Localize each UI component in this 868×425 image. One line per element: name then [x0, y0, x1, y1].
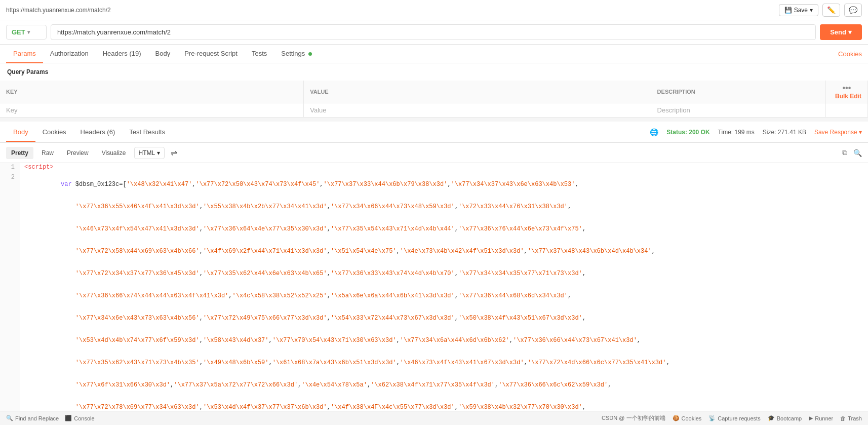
cookies-bottom-button[interactable]: 🍪 Cookies — [673, 415, 702, 421]
response-tab-body[interactable]: Body — [6, 123, 35, 142]
line-number-7 — [0, 285, 20, 307]
params-table: KEY VALUE DESCRIPTION ••• Bulk Edit Key … — [0, 81, 868, 118]
code-line-11: '\x77\x6f\x31\x66\x30\x3d','\x77\x37\x5a… — [0, 374, 868, 396]
response-tab-cookies[interactable]: Cookies — [35, 123, 73, 142]
capture-button[interactable]: 📡 Capture requests — [708, 415, 760, 421]
wrap-icon[interactable]: ⇌ — [168, 146, 180, 160]
code-line-5: '\x77\x72\x58\x44\x69\x63\x4b\x66','\x4f… — [0, 240, 868, 262]
save-button[interactable]: 💾 Save ▾ — [779, 4, 818, 16]
save-dropdown-icon: ▾ — [810, 7, 813, 14]
response-size: Size: 271.41 KB — [763, 129, 806, 136]
cookies-link[interactable]: Cookies — [838, 45, 862, 63]
code-line-10: '\x77\x35\x62\x43\x71\x73\x4b\x35','\x49… — [0, 352, 868, 374]
response-tabs: Body Cookies Headers (6) Test Results — [6, 123, 172, 141]
request-bar: GET ▾ Send ▾ — [0, 20, 868, 45]
line-content-11: '\x77\x6f\x31\x66\x30\x3d','\x77\x37\x5a… — [20, 374, 868, 396]
response-status-bar: 🌐 Status: 200 OK Time: 199 ms Size: 271.… — [650, 128, 862, 136]
url-input[interactable] — [51, 24, 816, 40]
bootcamp-icon: 🎓 — [768, 415, 775, 421]
edit-button[interactable]: ✏️ — [822, 4, 840, 17]
top-bar-actions: 💾 Save ▾ ✏️ 💬 — [779, 4, 862, 17]
line-content-7: '\x77\x36\x66\x74\x44\x44\x63\x4f\x41\x3… — [20, 285, 868, 307]
save-response-button[interactable]: Save Response ▾ — [814, 129, 862, 136]
find-replace-icon: 🔍 — [6, 415, 13, 421]
find-replace-button[interactable]: 🔍 Find and Replace — [6, 415, 59, 421]
tab-settings[interactable]: Settings — [274, 45, 319, 63]
response-format-toolbar: Pretty Raw Preview Visualize HTML ▾ ⇌ ⧉ … — [0, 143, 868, 163]
send-button[interactable]: Send ▾ — [820, 24, 862, 40]
code-view[interactable]: 1 <script> 2 var $dbsm_0x123c=['\x48\x32… — [0, 163, 868, 425]
console-button[interactable]: ⬛ Console — [65, 415, 94, 421]
tab-prerequest[interactable]: Pre-request Script — [177, 45, 245, 63]
line-content-1: <script> — [20, 163, 868, 173]
method-selector[interactable]: GET ▾ — [6, 25, 47, 40]
bottom-right-area: CSDN @ 一个初学的前端 🍪 Cookies 📡 Capture reque… — [602, 414, 862, 422]
send-label: Send — [830, 28, 846, 36]
format-preview[interactable]: Preview — [62, 147, 94, 159]
search-icon[interactable]: 🔍 — [853, 149, 862, 157]
response-tab-test-results[interactable]: Test Results — [122, 123, 172, 142]
status-ok: Status: 200 OK — [666, 129, 709, 136]
response-time: Time: 199 ms — [718, 129, 755, 136]
line-content-3: '\x77\x36\x55\x46\x4f\x41\x3d\x3d','\x55… — [20, 196, 868, 218]
tab-body[interactable]: Body — [148, 45, 178, 63]
window-url: https://match.yuanrenxue.com/match/2 — [6, 7, 111, 14]
key-cell[interactable]: Key — [0, 103, 304, 118]
bootcamp-button[interactable]: 🎓 Bootcamp — [768, 415, 802, 421]
bulk-edit-button[interactable]: Bulk Edit — [835, 93, 861, 100]
capture-icon: 📡 — [708, 415, 716, 421]
response-tab-headers[interactable]: Headers (6) — [73, 123, 123, 142]
value-cell[interactable]: Value — [304, 103, 651, 118]
csdn-label: CSDN @ 一个初学的前端 — [602, 414, 665, 422]
code-line-9: '\x53\x4d\x4b\x74\x77\x6f\x59\x3d','\x58… — [0, 329, 868, 352]
method-value: GET — [12, 28, 25, 36]
tab-params[interactable]: Params — [6, 45, 43, 63]
line-number-1: 1 — [0, 163, 20, 173]
console-icon: ⬛ — [65, 415, 72, 421]
line-number-8 — [0, 307, 20, 329]
send-dropdown-icon: ▾ — [848, 28, 852, 36]
code-line-8: '\x77\x34\x6e\x43\x73\x63\x4b\x56','\x77… — [0, 307, 868, 329]
language-chevron-icon: ▾ — [157, 149, 160, 157]
settings-active-dot — [308, 52, 312, 56]
desc-cell[interactable]: Description — [651, 103, 825, 118]
tab-authorization[interactable]: Authorization — [43, 45, 96, 63]
runner-button[interactable]: ▶ Runner — [809, 415, 833, 421]
line-content-8: '\x77\x34\x6e\x43\x73\x63\x4b\x56','\x77… — [20, 307, 868, 329]
line-number-3 — [0, 196, 20, 218]
code-line-6: '\x77\x72\x34\x37\x77\x36\x45\x3d','\x77… — [0, 262, 868, 285]
language-selector[interactable]: HTML ▾ — [134, 147, 165, 159]
line-content-6: '\x77\x72\x34\x37\x77\x36\x45\x3d','\x77… — [20, 262, 868, 285]
save-response-chevron-icon: ▾ — [859, 129, 862, 136]
format-pretty[interactable]: Pretty — [6, 147, 33, 159]
trash-button[interactable]: 🗑 Trash — [840, 415, 862, 421]
line-number-6 — [0, 262, 20, 285]
col-header-value: VALUE — [304, 81, 651, 103]
code-line-3: '\x77\x36\x55\x46\x4f\x41\x3d\x3d','\x55… — [0, 196, 868, 218]
line-number-5 — [0, 240, 20, 262]
format-visualize[interactable]: Visualize — [97, 147, 131, 159]
line-number-4 — [0, 218, 20, 240]
tab-headers[interactable]: Headers (19) — [96, 45, 148, 63]
col-header-desc: DESCRIPTION — [651, 81, 825, 103]
line-number-9 — [0, 329, 20, 352]
request-tabs-bar: Params Authorization Headers (19) Body P… — [0, 45, 868, 63]
line-content-5: '\x77\x72\x58\x44\x69\x63\x4b\x66','\x4f… — [20, 240, 868, 262]
code-line-4: '\x46\x73\x4f\x54\x47\x41\x3d\x3d','\x77… — [0, 218, 868, 240]
section-divider — [0, 118, 868, 122]
save-label: Save — [794, 7, 808, 14]
tab-tests[interactable]: Tests — [245, 45, 274, 63]
more-options-icon[interactable]: ••• — [843, 84, 851, 92]
line-content-10: '\x77\x35\x62\x43\x71\x73\x4b\x35','\x49… — [20, 352, 868, 374]
col-header-key: KEY — [0, 81, 304, 103]
copy-icon[interactable]: ⧉ — [842, 148, 847, 157]
col-header-actions: ••• Bulk Edit — [825, 81, 867, 103]
line-number-10 — [0, 352, 20, 374]
line-number-2: 2 — [0, 173, 20, 196]
line-number-11 — [0, 374, 20, 396]
code-line-1: 1 <script> — [0, 163, 868, 173]
runner-icon: ▶ — [809, 415, 813, 421]
format-raw[interactable]: Raw — [36, 147, 59, 159]
comment-button[interactable]: 💬 — [844, 4, 862, 17]
code-line-2: 2 var $dbsm_0x123c=['\x48\x32\x41\x47','… — [0, 173, 868, 196]
